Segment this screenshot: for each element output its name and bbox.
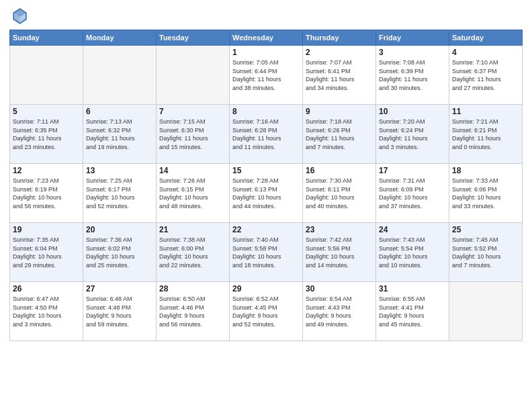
day-info: Sunrise: 7:33 AM Sunset: 6:06 PM Dayligh… [452, 177, 519, 210]
calendar-table: SundayMondayTuesdayWednesdayThursdayFrid… [9, 30, 523, 341]
calendar-cell: 3Sunrise: 7:08 AM Sunset: 6:39 PM Daylig… [376, 46, 449, 105]
day-info: Sunrise: 6:50 AM Sunset: 4:46 PM Dayligh… [159, 295, 226, 328]
day-info: Sunrise: 7:07 AM Sunset: 6:41 PM Dayligh… [306, 58, 373, 92]
calendar-cell: 19Sunrise: 7:35 AM Sunset: 6:04 PM Dayli… [10, 223, 83, 282]
day-number: 24 [379, 225, 446, 234]
day-number: 18 [452, 166, 519, 175]
calendar-cell [10, 46, 83, 105]
day-info: Sunrise: 6:55 AM Sunset: 4:41 PM Dayligh… [379, 295, 446, 328]
calendar-week-row: 19Sunrise: 7:35 AM Sunset: 6:04 PM Dayli… [10, 223, 523, 282]
day-number: 21 [159, 225, 226, 234]
day-info: Sunrise: 7:16 AM Sunset: 6:28 PM Dayligh… [232, 118, 300, 151]
calendar-cell: 10Sunrise: 7:20 AM Sunset: 6:24 PM Dayli… [376, 105, 449, 164]
calendar-cell: 6Sunrise: 7:13 AM Sunset: 6:32 PM Daylig… [83, 105, 157, 164]
calendar-cell: 24Sunrise: 7:43 AM Sunset: 5:54 PM Dayli… [376, 223, 449, 282]
day-number: 11 [452, 107, 519, 116]
day-info: Sunrise: 7:10 AM Sunset: 6:37 PM Dayligh… [452, 58, 519, 92]
day-info: Sunrise: 7:38 AM Sunset: 6:00 PM Dayligh… [159, 236, 226, 269]
header [9, 7, 523, 26]
day-number: 5 [13, 107, 80, 116]
calendar-week-row: 1Sunrise: 7:05 AM Sunset: 6:44 PM Daylig… [10, 46, 523, 105]
calendar-cell: 25Sunrise: 7:45 AM Sunset: 5:52 PM Dayli… [449, 223, 523, 282]
day-info: Sunrise: 7:13 AM Sunset: 6:32 PM Dayligh… [86, 118, 153, 151]
calendar-cell: 20Sunrise: 7:36 AM Sunset: 6:02 PM Dayli… [83, 223, 157, 282]
day-number: 30 [306, 284, 373, 293]
day-number: 3 [379, 48, 446, 57]
calendar-week-row: 26Sunrise: 6:47 AM Sunset: 4:50 PM Dayli… [10, 282, 523, 341]
day-info: Sunrise: 6:48 AM Sunset: 4:48 PM Dayligh… [86, 295, 153, 328]
day-number: 10 [379, 107, 446, 116]
calendar-cell: 12Sunrise: 7:23 AM Sunset: 6:19 PM Dayli… [10, 164, 83, 223]
calendar-cell: 8Sunrise: 7:16 AM Sunset: 6:28 PM Daylig… [230, 105, 303, 164]
day-info: Sunrise: 7:20 AM Sunset: 6:24 PM Dayligh… [379, 118, 446, 151]
day-number: 7 [159, 107, 226, 116]
calendar-header-sunday: Sunday [10, 30, 83, 46]
day-info: Sunrise: 7:43 AM Sunset: 5:54 PM Dayligh… [379, 236, 446, 269]
day-info: Sunrise: 7:42 AM Sunset: 5:56 PM Dayligh… [306, 236, 373, 269]
calendar-cell: 21Sunrise: 7:38 AM Sunset: 6:00 PM Dayli… [157, 223, 230, 282]
calendar-cell: 15Sunrise: 7:28 AM Sunset: 6:13 PM Dayli… [230, 164, 303, 223]
calendar-cell: 30Sunrise: 6:54 AM Sunset: 4:43 PM Dayli… [303, 282, 376, 341]
calendar-cell [83, 46, 157, 105]
calendar-header-tuesday: Tuesday [157, 30, 230, 46]
day-number: 14 [159, 166, 226, 175]
calendar-header-saturday: Saturday [449, 30, 523, 46]
page: SundayMondayTuesdayWednesdayThursdayFrid… [0, 0, 532, 411]
day-number: 16 [306, 166, 373, 175]
day-info: Sunrise: 7:18 AM Sunset: 6:26 PM Dayligh… [306, 118, 373, 151]
calendar-cell: 17Sunrise: 7:31 AM Sunset: 6:09 PM Dayli… [376, 164, 449, 223]
calendar-cell: 4Sunrise: 7:10 AM Sunset: 6:37 PM Daylig… [449, 46, 523, 105]
day-number: 27 [86, 284, 153, 293]
day-info: Sunrise: 7:35 AM Sunset: 6:04 PM Dayligh… [13, 236, 80, 269]
day-info: Sunrise: 7:28 AM Sunset: 6:13 PM Dayligh… [232, 177, 300, 210]
day-number: 25 [452, 225, 519, 234]
day-info: Sunrise: 7:45 AM Sunset: 5:52 PM Dayligh… [452, 236, 519, 269]
day-info: Sunrise: 7:08 AM Sunset: 6:39 PM Dayligh… [379, 58, 446, 92]
day-info: Sunrise: 7:26 AM Sunset: 6:15 PM Dayligh… [159, 177, 226, 210]
day-info: Sunrise: 7:11 AM Sunset: 6:35 PM Dayligh… [13, 118, 80, 151]
day-number: 31 [379, 284, 446, 293]
day-number: 15 [232, 166, 300, 175]
day-info: Sunrise: 7:36 AM Sunset: 6:02 PM Dayligh… [86, 236, 153, 269]
day-info: Sunrise: 7:15 AM Sunset: 6:30 PM Dayligh… [159, 118, 226, 151]
day-info: Sunrise: 7:21 AM Sunset: 6:21 PM Dayligh… [452, 118, 519, 151]
day-number: 1 [232, 48, 300, 57]
calendar-cell: 28Sunrise: 6:50 AM Sunset: 4:46 PM Dayli… [157, 282, 230, 341]
day-info: Sunrise: 7:40 AM Sunset: 5:58 PM Dayligh… [232, 236, 300, 269]
calendar-header-thursday: Thursday [303, 30, 376, 46]
day-number: 4 [452, 48, 519, 57]
day-info: Sunrise: 7:31 AM Sunset: 6:09 PM Dayligh… [379, 177, 446, 210]
day-number: 20 [86, 225, 153, 234]
day-info: Sunrise: 7:30 AM Sunset: 6:11 PM Dayligh… [306, 177, 373, 210]
day-number: 6 [86, 107, 153, 116]
calendar-cell [449, 282, 523, 341]
calendar-cell: 31Sunrise: 6:55 AM Sunset: 4:41 PM Dayli… [376, 282, 449, 341]
calendar-week-row: 12Sunrise: 7:23 AM Sunset: 6:19 PM Dayli… [10, 164, 523, 223]
day-number: 23 [306, 225, 373, 234]
day-number: 26 [13, 284, 80, 293]
calendar-cell: 16Sunrise: 7:30 AM Sunset: 6:11 PM Dayli… [303, 164, 376, 223]
day-number: 8 [232, 107, 300, 116]
day-number: 17 [379, 166, 446, 175]
calendar-week-row: 5Sunrise: 7:11 AM Sunset: 6:35 PM Daylig… [10, 105, 523, 164]
calendar-cell: 14Sunrise: 7:26 AM Sunset: 6:15 PM Dayli… [157, 164, 230, 223]
day-number: 19 [13, 225, 80, 234]
day-info: Sunrise: 6:52 AM Sunset: 4:45 PM Dayligh… [232, 295, 300, 328]
calendar-cell: 29Sunrise: 6:52 AM Sunset: 4:45 PM Dayli… [230, 282, 303, 341]
calendar-cell: 18Sunrise: 7:33 AM Sunset: 6:06 PM Dayli… [449, 164, 523, 223]
logo-icon [9, 7, 28, 26]
calendar-cell: 7Sunrise: 7:15 AM Sunset: 6:30 PM Daylig… [157, 105, 230, 164]
calendar-cell: 11Sunrise: 7:21 AM Sunset: 6:21 PM Dayli… [449, 105, 523, 164]
day-number: 13 [86, 166, 153, 175]
day-info: Sunrise: 6:47 AM Sunset: 4:50 PM Dayligh… [13, 295, 80, 328]
day-info: Sunrise: 7:25 AM Sunset: 6:17 PM Dayligh… [86, 177, 153, 210]
day-info: Sunrise: 7:05 AM Sunset: 6:44 PM Dayligh… [232, 58, 300, 92]
calendar-cell: 26Sunrise: 6:47 AM Sunset: 4:50 PM Dayli… [10, 282, 83, 341]
calendar-header-wednesday: Wednesday [230, 30, 303, 46]
calendar-cell: 1Sunrise: 7:05 AM Sunset: 6:44 PM Daylig… [230, 46, 303, 105]
logo [9, 7, 31, 26]
day-number: 29 [232, 284, 300, 293]
calendar-header-monday: Monday [83, 30, 157, 46]
calendar-cell: 9Sunrise: 7:18 AM Sunset: 6:26 PM Daylig… [303, 105, 376, 164]
calendar-cell [157, 46, 230, 105]
